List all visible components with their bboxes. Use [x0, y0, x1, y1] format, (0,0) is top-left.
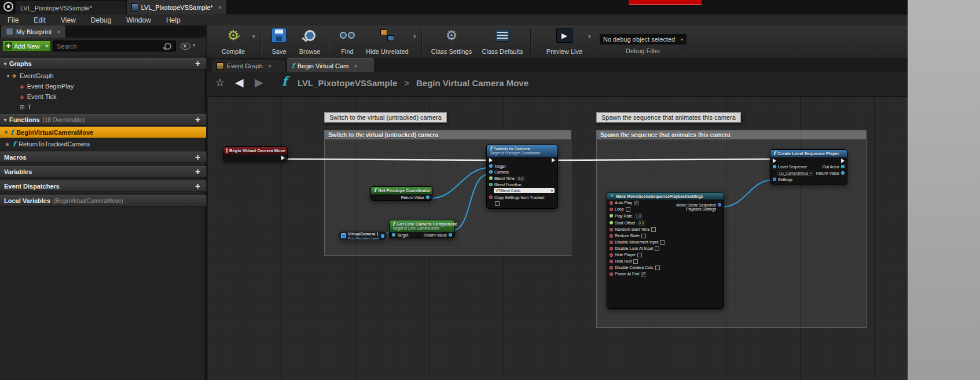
event-dispatchers-section-header[interactable]: Event Dispatchers ✚: [0, 180, 206, 192]
blend-time-field[interactable]: 0.0: [516, 176, 525, 181]
add-macro-button[interactable]: ✚: [195, 154, 200, 161]
tree-item-event-beginplay[interactable]: ◈ Event BeginPlay: [0, 81, 206, 91]
add-variable-button[interactable]: ✚: [195, 168, 200, 176]
breadcrumb-root[interactable]: LVL_PixotopeVSSample: [298, 78, 397, 88]
preview-live-button[interactable]: ▶ Preview Live: [543, 27, 586, 57]
graphs-section-header[interactable]: ▾ Graphs ✚: [0, 58, 206, 69]
menu-edit[interactable]: Edit: [26, 16, 53, 24]
return-value-pin[interactable]: [841, 171, 845, 175]
start-offset-pin[interactable]: [610, 221, 613, 224]
chevron-down-icon[interactable]: ▾: [193, 42, 196, 48]
return-value-pin[interactable]: [426, 195, 430, 199]
start-offset-field[interactable]: 0.0: [637, 220, 645, 226]
chevron-down-icon[interactable]: ▾: [43, 43, 50, 49]
graph-canvas[interactable]: Switch to the virtual (untracked) camera…: [207, 97, 908, 380]
close-icon[interactable]: ×: [354, 62, 357, 69]
node-begin-virtual-camera-move[interactable]: Begin Virtual Camera Move: [223, 146, 288, 161]
visibility-eye-icon[interactable]: [181, 43, 190, 50]
collapse-arrow-icon[interactable]: ▾: [4, 61, 6, 67]
exec-out-pin[interactable]: [281, 156, 285, 160]
blend-time-pin[interactable]: [489, 176, 493, 180]
disable-camera-cuts-pin[interactable]: [610, 266, 613, 270]
hide-unrelated-chevron-icon[interactable]: ▾: [413, 34, 416, 39]
menu-debug[interactable]: Debug: [83, 16, 119, 24]
play-rate-field[interactable]: 1.0: [634, 213, 643, 219]
menu-file[interactable]: File: [0, 16, 26, 24]
collapse-arrow-icon[interactable]: ▾: [7, 73, 9, 79]
add-new-button[interactable]: ✚ Add New ▾: [2, 40, 51, 51]
forward-arrow-icon[interactable]: ▶: [255, 76, 263, 89]
close-icon[interactable]: ×: [57, 28, 60, 35]
blend-function-dropdown[interactable]: VTBlend Cubic ▾: [494, 188, 555, 193]
tree-item-event-tick[interactable]: ◈ Event Tick: [0, 91, 206, 102]
add-dispatcher-button[interactable]: ✚: [195, 183, 200, 190]
data-wire-cine-to-camera[interactable]: [453, 174, 489, 230]
loop-pin[interactable]: [610, 208, 613, 211]
camera-pin[interactable]: [489, 170, 493, 174]
search-input[interactable]: [54, 43, 164, 50]
copy-settings-pin[interactable]: [489, 195, 493, 199]
disable-look-at-input-pin[interactable]: [610, 247, 613, 250]
compile-options-chevron-icon[interactable]: ▾: [252, 34, 255, 39]
node-virtualcamera-1[interactable]: VirtualCamera 1 From Persistent Level: [337, 231, 388, 241]
blend-function-pin[interactable]: [489, 183, 493, 186]
disable-camera-cuts-checkbox[interactable]: [655, 265, 660, 270]
add-graph-button[interactable]: ✚: [195, 60, 200, 68]
node-create-level-sequence-player[interactable]: f Create Level Sequence Player Level Seq…: [770, 149, 847, 185]
auto-play-checkbox[interactable]: [634, 201, 638, 205]
level-sequence-pin[interactable]: [773, 165, 776, 168]
hide-player-pin[interactable]: [610, 253, 613, 257]
class-settings-button[interactable]: ⚙ Class Settings: [428, 27, 475, 57]
back-arrow-icon[interactable]: ◀: [235, 76, 244, 89]
tree-item-beginvirtualcameramove[interactable]: f BeginVirtualCameraMove: [0, 127, 206, 138]
pause-at-end-pin[interactable]: [610, 272, 613, 276]
random-start-time-pin[interactable]: [610, 228, 613, 231]
asset-tab-2[interactable]: LVL_PixotopeVSSample* ×: [127, 0, 226, 14]
node-switch-to-camera[interactable]: f Switch to Camera Target is Pixotope Co…: [486, 145, 558, 209]
target-pin[interactable]: [489, 164, 493, 168]
data-wire-pixotope-to-target[interactable]: [430, 168, 489, 198]
tab-begin-virtual-cam[interactable]: f Begin Virtual Cam ×: [287, 58, 374, 72]
tree-item-t[interactable]: ⊞ T: [0, 102, 206, 112]
close-icon[interactable]: ×: [218, 4, 222, 11]
browse-button[interactable]: Browse: [295, 27, 324, 57]
target-pin[interactable]: [392, 233, 395, 237]
hide-player-checkbox[interactable]: [637, 253, 642, 257]
loop-checkbox[interactable]: [626, 207, 630, 212]
save-button[interactable]: Save: [266, 27, 292, 57]
restore-state-pin[interactable]: [610, 234, 613, 238]
variable-out-pin[interactable]: [381, 234, 384, 238]
menu-window[interactable]: Window: [119, 16, 159, 24]
disable-look-at-input-checkbox[interactable]: [655, 246, 659, 251]
auto-play-pin[interactable]: [610, 201, 613, 205]
exec-wire-begin-to-switch[interactable]: [284, 159, 489, 160]
disable-movement-input-checkbox[interactable]: [660, 240, 665, 245]
settings-pin[interactable]: [773, 178, 776, 181]
favorite-star-icon[interactable]: ☆: [215, 76, 225, 89]
find-button[interactable]: Find: [335, 27, 360, 57]
add-function-button[interactable]: ✚: [195, 116, 200, 124]
my-blueprint-tab[interactable]: My Blueprint ×: [1, 25, 65, 38]
close-icon[interactable]: ×: [268, 62, 271, 69]
tab-event-graph[interactable]: Event Graph ×: [212, 60, 285, 72]
playback-settings-out[interactable]: Movie Scene Sequence Playback Settings: [670, 203, 721, 212]
return-value-pin[interactable]: [449, 233, 452, 237]
preview-live-chevron-icon[interactable]: ▾: [588, 34, 591, 39]
macros-section-header[interactable]: Macros ✚: [0, 152, 206, 163]
collapse-arrow-icon[interactable]: ▾: [4, 117, 6, 123]
exec-out-pin[interactable]: [841, 158, 845, 163]
hide-hud-pin[interactable]: [610, 260, 613, 263]
restore-state-checkbox[interactable]: [641, 234, 646, 238]
local-variables-section-header[interactable]: Local Variables (BeginVirtualCameraMove): [0, 195, 206, 206]
hide-unrelated-button[interactable]: Hide Unrelated: [364, 27, 411, 57]
variables-section-header[interactable]: Variables ✚: [0, 166, 206, 178]
asset-tab-1[interactable]: LVL_PixotopeVSSample*: [16, 1, 126, 14]
tree-item-eventgraph[interactable]: ▾ ❖ EventGraph: [0, 71, 206, 81]
debug-object-dropdown[interactable]: No debug object selected ▾: [599, 34, 687, 45]
disable-movement-input-pin[interactable]: [610, 241, 613, 244]
exec-out-pin[interactable]: [552, 158, 555, 163]
play-rate-pin[interactable]: [610, 214, 613, 217]
exec-in-pin[interactable]: [773, 158, 776, 163]
node-get-pixotope-coordinator[interactable]: f Get Pixotope Coordinator Return Value: [370, 186, 432, 201]
pause-at-end-checkbox[interactable]: [641, 272, 645, 276]
